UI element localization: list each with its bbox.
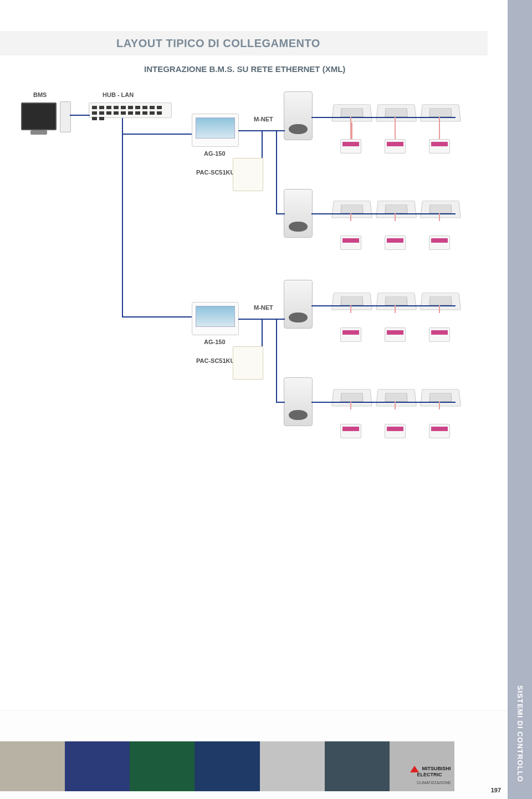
diagram: BMS HUB - LAN M-NET AG-150 PAC-SC51KUA M… [0, 86, 488, 485]
outdoor-unit-icon [284, 377, 313, 426]
wire-mnet [262, 130, 263, 158]
brand-subtitle: CLIMATIZZAZIONE [417, 781, 451, 785]
wire-lan [70, 115, 90, 116]
pc-tower-icon [60, 101, 71, 132]
cassette-unit-icon [420, 104, 461, 121]
wire-indoor [439, 117, 440, 125]
footer-tile [260, 741, 325, 791]
footer-tile [130, 741, 195, 791]
label-ag150-1: AG-150 [204, 150, 226, 157]
remote-controller-icon [429, 235, 450, 250]
sidebar-tab: SISTEMI DI CONTROLLO [508, 0, 532, 799]
hub-icon [89, 103, 172, 118]
remote-controller-icon [429, 424, 450, 438]
footer-tile [195, 741, 259, 791]
footer-tile [0, 741, 65, 791]
remote-controller-icon [385, 235, 406, 250]
label-bms: BMS [33, 91, 47, 98]
cassette-unit-icon [420, 201, 461, 218]
brand-logo: MITSUBISHI ELECTRIC [410, 766, 451, 778]
wire-mnet [311, 213, 456, 214]
monitor-icon [21, 103, 57, 130]
wire-mnet [276, 319, 277, 402]
cassette-unit-icon [376, 201, 417, 218]
wire-mnet [262, 319, 263, 346]
remote-controller-icon [340, 327, 361, 342]
wire-mnet [311, 117, 456, 118]
wire-indoor [395, 402, 396, 409]
wire-mnet [276, 213, 285, 214]
remote-controller-icon [385, 139, 406, 153]
wire-indoor [395, 117, 396, 125]
footer-tile [65, 741, 130, 791]
wire-indoor [350, 305, 351, 313]
cassette-unit-icon [376, 293, 417, 310]
controller-ag150-icon [192, 302, 239, 335]
page-number: 197 [491, 787, 501, 793]
wire-indoor [439, 213, 440, 221]
remote-controller-icon [429, 139, 450, 153]
wire-lan [122, 134, 192, 135]
outdoor-unit-icon [284, 189, 313, 238]
label-hub: HUB - LAN [103, 91, 134, 98]
wire-mnet [311, 402, 456, 403]
cassette-unit-icon [331, 201, 372, 218]
wire-indoor [395, 125, 396, 139]
cassette-unit-icon [331, 389, 372, 406]
cassette-unit-icon [376, 104, 417, 121]
psu-icon [233, 346, 263, 380]
label-ag150-2: AG-150 [204, 339, 226, 345]
cassette-unit-icon [331, 104, 372, 121]
wire-lan [122, 118, 123, 317]
remote-controller-icon [340, 424, 361, 438]
remote-controller-icon [385, 327, 406, 342]
wire-indoor [439, 125, 440, 139]
cassette-unit-icon [420, 389, 461, 406]
wire-mnet [276, 130, 277, 213]
label-mnet-2: M-NET [254, 304, 273, 311]
brand-line1: MITSUBISHI [422, 766, 451, 771]
wire-indoor [350, 402, 351, 409]
remote-controller-icon [340, 139, 361, 153]
wire-indoor [439, 305, 440, 313]
controller-ag150-icon [192, 114, 239, 147]
wire-mnet [311, 305, 456, 306]
psu-icon [233, 158, 263, 191]
page-title: LAYOUT TIPICO DI COLLEGAMENTO [116, 37, 320, 50]
header-bar: LAYOUT TIPICO DI COLLEGAMENTO [0, 31, 488, 55]
cassette-unit-icon [420, 293, 461, 310]
label-mnet-1: M-NET [254, 116, 273, 122]
footer-tile [325, 741, 390, 791]
remote-controller-icon [429, 327, 450, 342]
outdoor-unit-icon [284, 280, 313, 329]
wire-indoor [395, 305, 396, 313]
wire-lan [122, 316, 192, 317]
sidebar-label: SISTEMI DI CONTROLLO [516, 685, 524, 782]
cassette-unit-icon [376, 389, 417, 406]
wire-indoor [351, 122, 352, 139]
remote-controller-icon [340, 235, 361, 250]
wire-indoor [395, 213, 396, 221]
footer-image-strip [0, 741, 454, 791]
wire-indoor [439, 402, 440, 409]
wire-mnet [276, 402, 285, 403]
brand-line2: ELECTRIC [417, 772, 442, 777]
wire-indoor [350, 213, 351, 221]
cassette-unit-icon [331, 293, 372, 310]
outdoor-unit-icon [284, 91, 313, 140]
remote-controller-icon [385, 424, 406, 438]
subtitle: INTEGRAZIONE B.M.S. SU RETE ETHERNET (XM… [144, 64, 345, 74]
